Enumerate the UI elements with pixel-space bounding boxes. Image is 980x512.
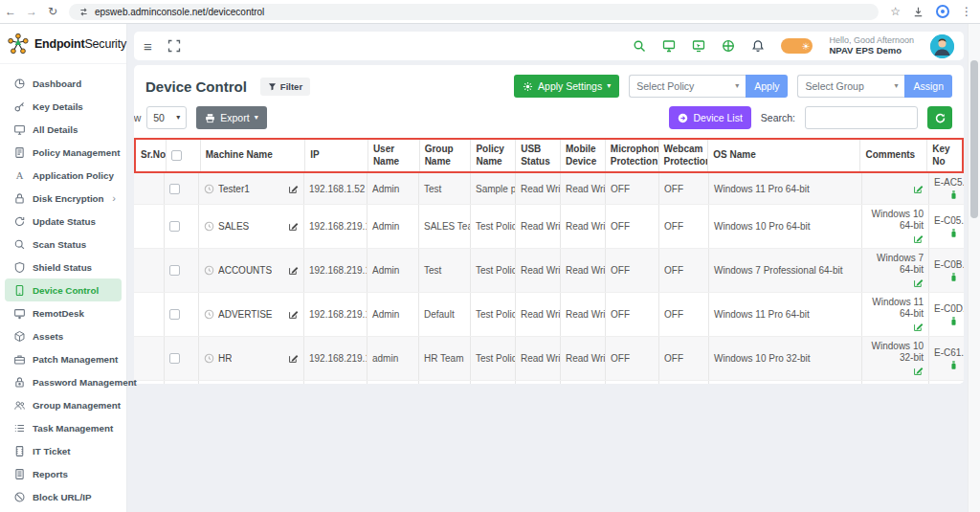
table-row: Tester1192.168.1.52AdminTestSample polic… bbox=[134, 173, 964, 205]
letter-a-icon: A bbox=[13, 169, 26, 182]
sidebar-item-password-management[interactable]: Password Management bbox=[5, 370, 122, 393]
sidebar-item-scan-status[interactable]: Scan Status bbox=[5, 233, 122, 256]
usb-key-icon[interactable] bbox=[948, 272, 959, 282]
url-text: epsweb.adminconsole.net/devicecontrol bbox=[95, 7, 264, 17]
mobile-cell: Read Write bbox=[561, 173, 606, 204]
page-title: Device Control bbox=[145, 78, 247, 95]
policy-cell: Test Policy bbox=[471, 205, 516, 248]
sidebar-item-disk-encryption[interactable]: Disk Encryption› bbox=[5, 187, 122, 210]
device-control-card: Device Control Filter Apply Settings ▾ S… bbox=[134, 65, 964, 384]
group-cell: Default bbox=[419, 381, 471, 384]
address-bar[interactable]: epsweb.adminconsole.net/devicecontrol bbox=[69, 4, 879, 20]
usb-key-icon[interactable] bbox=[948, 360, 959, 370]
sidebar-item-application-policy[interactable]: AApplication Policy bbox=[5, 164, 122, 187]
sidebar-item-policy-management[interactable]: Policy Management bbox=[5, 141, 122, 164]
globe-icon[interactable] bbox=[722, 39, 735, 53]
select-all-checkbox[interactable] bbox=[171, 150, 182, 161]
column-header-microphone-protection: Microphone Protection bbox=[606, 140, 659, 171]
avatar[interactable] bbox=[930, 34, 954, 58]
apply-policy-button[interactable]: Apply bbox=[746, 75, 788, 98]
brand-logo[interactable]: EndpointSecurity bbox=[0, 24, 126, 64]
row-checkbox[interactable] bbox=[169, 265, 180, 276]
browser-menu-icon[interactable]: ⋮ bbox=[961, 6, 972, 17]
key-icon bbox=[13, 100, 26, 113]
sidebar-item-reports[interactable]: Reports bbox=[5, 462, 122, 485]
usb-cell: Read Write bbox=[516, 249, 561, 292]
sidebar-item-remotdesk[interactable]: RemotDesk bbox=[5, 301, 122, 324]
sidebar-item-assets[interactable]: Assets bbox=[5, 324, 122, 347]
usb-cell: Read Write bbox=[516, 205, 561, 248]
policy-cell: Test Policy bbox=[471, 293, 516, 336]
bookmark-star-icon[interactable]: ☆ bbox=[890, 6, 901, 17]
notification-bell-icon[interactable] bbox=[751, 39, 765, 53]
browser-back-icon[interactable]: ← bbox=[0, 5, 21, 18]
sidebar-item-group-management[interactable]: Group Management bbox=[5, 393, 122, 416]
hamburger-menu-icon[interactable]: ≡ bbox=[144, 39, 152, 54]
edit-comment-icon[interactable] bbox=[913, 278, 924, 288]
refresh-icon bbox=[934, 112, 947, 124]
edit-machine-icon[interactable] bbox=[288, 265, 299, 276]
browser-forward-icon[interactable]: → bbox=[21, 5, 42, 18]
row-checkbox[interactable] bbox=[169, 221, 180, 232]
download-icon[interactable] bbox=[912, 6, 924, 18]
edit-comment-icon[interactable] bbox=[913, 366, 924, 376]
edit-machine-icon[interactable] bbox=[288, 184, 299, 194]
sidebar-item-it-ticket[interactable]: IT Ticket bbox=[5, 439, 122, 462]
monitor-icon[interactable] bbox=[662, 39, 676, 53]
edit-machine-icon[interactable] bbox=[288, 353, 299, 364]
row-checkbox[interactable] bbox=[169, 184, 180, 194]
os-cell: Windows 10 Pro 64-bit bbox=[709, 205, 862, 248]
fullscreen-icon[interactable] bbox=[167, 39, 181, 53]
key-no-cell: E-C0D.. bbox=[929, 293, 964, 336]
policy-cell: Test Policy bbox=[471, 337, 516, 380]
refresh-button[interactable] bbox=[927, 106, 952, 129]
ip-cell: 192.168.219.132 bbox=[304, 249, 368, 292]
funnel-icon bbox=[268, 82, 277, 91]
column-header-group-name: Group Name bbox=[420, 140, 472, 171]
vertical-scrollbar[interactable] bbox=[968, 24, 980, 512]
search-icon[interactable] bbox=[633, 39, 646, 53]
mobile-cell: Read Write bbox=[561, 293, 606, 336]
usb-key-icon[interactable] bbox=[948, 189, 959, 200]
device-list-button[interactable]: Device List bbox=[669, 106, 750, 129]
screen-share-icon[interactable] bbox=[692, 39, 705, 53]
table-row: HR192.168.219.134adminHR TeamTest Policy… bbox=[134, 337, 964, 381]
select-policy-dropdown[interactable]: Select Policy▾ bbox=[629, 75, 746, 98]
sidebar-item-task-management[interactable]: Task Management bbox=[5, 416, 122, 439]
column-header-ip: IP bbox=[305, 140, 368, 171]
page-size-select[interactable]: 50▾ bbox=[146, 106, 187, 129]
usb-cell: Read Write bbox=[516, 381, 561, 384]
filter-button[interactable]: Filter bbox=[260, 78, 310, 96]
sidebar-item-key-details[interactable]: Key Details bbox=[5, 95, 122, 118]
group-cell: SALES Team bbox=[419, 205, 471, 248]
sidebar-item-shield-status[interactable]: Shield Status bbox=[5, 256, 122, 278]
edit-comment-icon[interactable] bbox=[913, 184, 924, 194]
edit-comment-icon[interactable] bbox=[913, 322, 924, 332]
row-checkbox[interactable] bbox=[169, 309, 180, 320]
select-group-dropdown[interactable]: Select Group▾ bbox=[797, 75, 904, 98]
edit-comment-icon[interactable] bbox=[913, 234, 924, 244]
export-button[interactable]: Export ▾ bbox=[196, 106, 266, 129]
assign-group-button[interactable]: Assign bbox=[904, 75, 952, 98]
row-checkbox[interactable] bbox=[169, 353, 180, 364]
usb-key-icon[interactable] bbox=[948, 228, 959, 238]
edit-machine-icon[interactable] bbox=[288, 309, 299, 320]
sidebar-item-update-status[interactable]: Update Status bbox=[5, 210, 122, 233]
theme-toggle[interactable]: ☀ bbox=[781, 38, 813, 54]
sidebar-item-block-url-ip[interactable]: Block URL/IP bbox=[5, 485, 122, 508]
browser-refresh-icon[interactable]: ↻ bbox=[42, 5, 63, 18]
sidebar-item-all-details[interactable]: All Details bbox=[5, 118, 122, 141]
sidebar-item-patch-management[interactable]: Patch Management bbox=[5, 347, 122, 370]
edit-machine-icon[interactable] bbox=[288, 221, 299, 232]
list-icon bbox=[13, 422, 26, 434]
vertical-scroll-thumb[interactable] bbox=[970, 60, 978, 218]
sidebar-item-device-control[interactable]: Device Control bbox=[5, 278, 122, 301]
machine-name-cell: HR bbox=[199, 337, 304, 380]
apply-settings-button[interactable]: Apply Settings ▾ bbox=[514, 75, 619, 98]
sun-icon: ☀ bbox=[801, 40, 810, 53]
usb-key-icon[interactable] bbox=[948, 316, 959, 326]
search-input[interactable] bbox=[805, 106, 918, 129]
browser-profile-icon[interactable] bbox=[936, 5, 949, 18]
column-header-user-name: User Name bbox=[368, 140, 420, 171]
sidebar-item-dashboard[interactable]: Dashboard bbox=[5, 72, 122, 95]
